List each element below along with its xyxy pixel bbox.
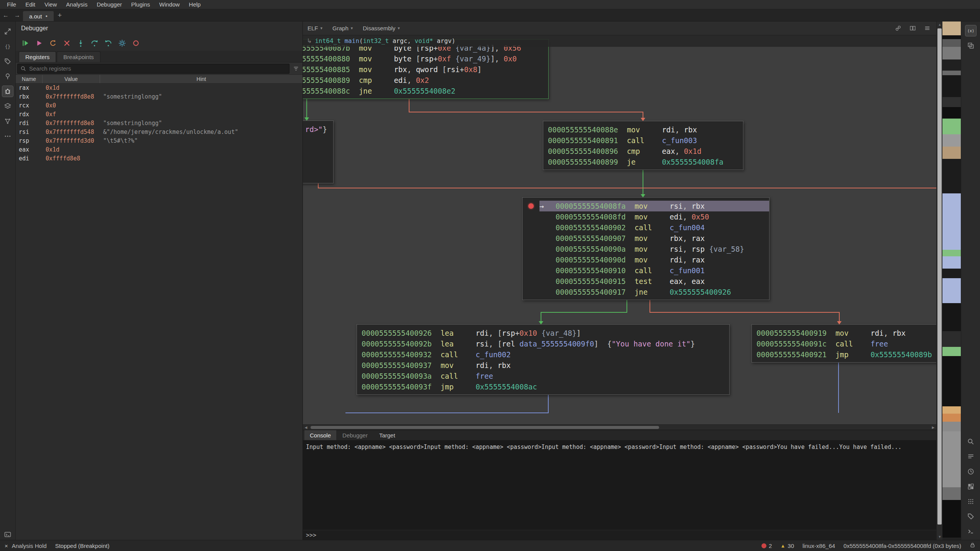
disasm-row[interactable]: 0000555555400921 jmp 0x55555540089b [752,349,936,360]
disasm-row[interactable]: 0000555555400902 call c_fun004 [523,222,769,233]
nav-forward-button[interactable]: → [12,9,23,21]
memory-map-sidebar-button[interactable] [965,496,976,507]
menu-item-view[interactable]: View [40,0,61,9]
graph-node-block-919[interactable]: 0000555555400919 mov rdi, rbx00005555554… [751,324,936,363]
register-row-rsi[interactable]: rsi0x7fffffffd548&"/home/jeremy/crackmes… [16,128,303,137]
tab-breakpoints[interactable]: Breakpoints [57,51,100,62]
disasm-row[interactable]: 0000555555400899 je 0x5555554008fa [543,157,743,167]
lock-icon[interactable] [970,542,975,549]
error-count-badge[interactable]: 2 [761,543,772,549]
graph-horizontal-scrollbar[interactable]: ◀ ▶ [303,424,936,430]
analysis-status[interactable]: × Analysis Hold [5,543,47,549]
search-registers-input[interactable] [17,64,289,74]
step-return-button[interactable] [103,38,113,48]
disasm-row[interactable]: 0000555555400926 lea rdi, [rsp+0x10 {var… [357,328,729,338]
console-tab-console[interactable]: Console [304,430,336,440]
tab-a-out[interactable]: a.out ● [23,11,54,21]
more-sidebar-button[interactable] [2,131,13,142]
graph-node-block-926[interactable]: 0000555555400926 lea rdi, [rsp+0x10 {var… [357,324,730,395]
disasm-row[interactable]: 000055555540091c call free [752,338,936,349]
log-sidebar-button[interactable] [965,451,976,462]
disasm-row[interactable]: 000055555540088e mov rdi, rbx [543,124,743,135]
horizontal-scroll-thumb[interactable] [311,426,659,429]
disasm-row[interactable]: 0000555555400910 call c_fun001 [523,265,769,276]
column-header-name[interactable]: Name [16,75,43,83]
types-sidebar-button[interactable]: {} [2,41,13,52]
disasm-row[interactable]: 0000555555400915 test eax, eax [523,276,769,287]
view-menu-button[interactable] [922,24,932,33]
step-into-button[interactable] [76,38,86,48]
breakpoint-dot-icon[interactable] [528,203,534,209]
minimap-sidebar-button[interactable] [965,481,976,492]
register-row-eax[interactable]: eax0x1d [16,145,303,154]
register-row-rax[interactable]: rax0x1d [16,84,303,92]
register-row-rdx[interactable]: rdx0xf [16,110,303,119]
run-button[interactable] [34,38,44,48]
warning-count-badge[interactable]: ▲ 30 [780,543,794,549]
disasm-row[interactable]: 0000555555400889 cmp edi, 0x2 [303,75,548,86]
breakpoint-button[interactable] [131,38,141,48]
disasm-row[interactable]: 0000555555400896 cmp eax, 0x1d [543,146,743,157]
variables-sidebar-button[interactable]: (x) [965,25,976,36]
graph-node-block-8fa[interactable]: →00005555554008fa mov rsi, rbx0000555555… [522,197,770,300]
kill-button[interactable] [62,38,72,48]
disasm-row[interactable]: 000055555540093f jmp 0x5555554008ac [357,381,729,392]
disasm-row[interactable]: 000055555540092b lea rsi, [rel data_5555… [357,338,729,349]
disasm-row[interactable]: 0000555555400907 mov rbx, rax [523,233,769,244]
menu-item-window[interactable]: Window [155,0,184,9]
disasm-row[interactable]: 00005555554008fd mov edi, 0x50 [523,211,769,222]
register-row-rbx[interactable]: rbx0x7fffffffd8e8"somestringlongg" [16,92,303,101]
new-tab-button[interactable]: + [54,9,66,21]
disasm-row[interactable]: 0000555555400932 call c_fun002 [357,349,729,360]
tab-registers[interactable]: Registers [19,51,56,62]
graph-node-block-880[interactable]: 000055555540087b mov byte [rsp+0xe {var_… [303,39,549,99]
history-sidebar-button[interactable] [965,466,976,477]
resume-button[interactable] [20,38,31,48]
settings-button[interactable] [117,38,127,48]
tag-list-sidebar-button[interactable] [965,511,976,522]
column-header-value[interactable]: Value [43,75,100,83]
disasm-row[interactable]: 000055555540088c jne 0x5555554008e2 [303,86,548,96]
register-row-rdi[interactable]: rdi0x7fffffffd8e8"somestringlongg" [16,119,303,128]
disasm-row[interactable]: 000055555540090a mov rsi, rsp {var_58} [523,244,769,254]
disasm-row[interactable]: 000055555540090d mov rdi, rax [523,254,769,265]
split-view-button[interactable] [908,24,917,33]
disasm-row[interactable]: 0000555555400891 call c_fun003 [543,135,743,146]
disasm-row[interactable]: 0000555555400919 mov rdi, rbx [752,328,936,338]
menu-item-plugins[interactable]: Plugins [127,0,155,9]
graph-vertical-scrollbar[interactable]: ▲ ▼ [936,21,942,540]
scroll-left-arrow[interactable]: ◀ [303,425,309,430]
cross-references-sidebar-button[interactable] [2,26,13,37]
restart-button[interactable] [48,38,58,48]
disasm-row[interactable]: 0000555555400937 mov rdi, rbx [357,360,729,371]
mindmap-sidebar-button[interactable] [2,116,13,127]
debugger-sidebar-button[interactable] [2,86,13,97]
step-over-button[interactable] [89,38,100,48]
register-row-rcx[interactable]: rcx0x0 [16,101,303,110]
il-view-selector[interactable]: Disassembly ▾ [363,25,400,31]
scripting-console-sidebar-button[interactable] [965,526,976,537]
register-row-rsp[interactable]: rsp0x7fffffffd3d0"\t5#\t?%" [16,137,303,145]
console-tab-debugger[interactable]: Debugger [337,430,373,440]
stack-view-sidebar-button[interactable] [965,40,976,51]
graph-node-block-8e2[interactable]: rd>"} [303,120,334,183]
menu-item-help[interactable]: Help [184,0,206,9]
register-row-edi[interactable]: edi0xffffd8e8 [16,154,303,163]
disasm-row[interactable]: 0000555555400880 mov byte [rsp+0xf {var_… [303,53,548,64]
menu-item-edit[interactable]: Edit [21,0,40,9]
binary-type-selector[interactable]: ELF ▾ [307,25,322,31]
stack-sidebar-button[interactable] [2,101,13,112]
feature-map[interactable] [942,21,961,540]
marker-sidebar-button[interactable] [2,71,13,82]
graph-node-block-88e[interactable]: 000055555540088e mov rdi, rbx00005555554… [543,121,743,170]
disasm-row[interactable]: rd>"} [303,124,333,135]
scroll-up-arrow[interactable]: ▲ [937,21,943,28]
scroll-down-arrow[interactable]: ▼ [937,534,943,540]
nav-back-button[interactable]: ← [0,9,12,21]
graph-view[interactable]: 000055555540087b mov byte [rsp+0xe {var_… [303,35,936,424]
menu-item-analysis[interactable]: Analysis [61,0,92,9]
disasm-row[interactable]: 0000555555400885 mov rbx, qword [rsi+0x8… [303,64,548,75]
vertical-scroll-thumb[interactable] [937,28,942,525]
layout-selector[interactable]: Graph ▾ [332,25,353,31]
scroll-right-arrow[interactable]: ▶ [930,425,936,430]
